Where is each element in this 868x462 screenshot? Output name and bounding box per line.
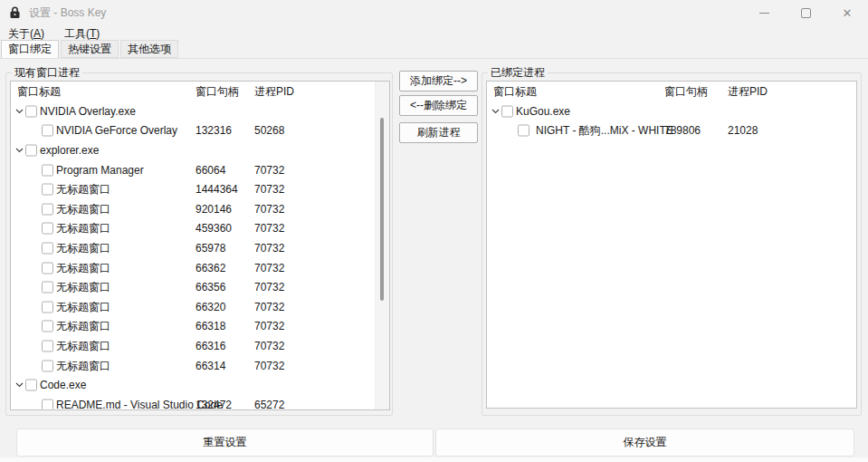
table-row[interactable]: 无标题窗口6597870732 <box>11 238 389 258</box>
row-checkbox[interactable] <box>42 360 53 371</box>
refresh-processes-button[interactable]: 刷新进程 <box>399 122 478 143</box>
table-row[interactable]: Code.exe <box>11 375 389 395</box>
row-checkbox[interactable] <box>42 125 53 137</box>
lock-icon <box>9 6 21 19</box>
process-pid-cell: 70732 <box>254 222 284 235</box>
table-row[interactable]: 无标题窗口92014670732 <box>11 199 389 219</box>
table-row[interactable]: README.md - Visual Studio Code1324726527… <box>11 395 389 410</box>
table-row[interactable]: KuGou.exe <box>487 101 856 121</box>
table-body: NVIDIA Overlay.exeNVIDIA GeForce Overlay… <box>11 101 389 410</box>
table-row[interactable]: 无标题窗口6631670732 <box>11 336 389 356</box>
table-row[interactable]: 无标题窗口6635670732 <box>11 277 389 297</box>
table-body: KuGou.exeNIGHT - 酷狗...MiX - WHITE7898062… <box>487 101 856 140</box>
window-handle-cell: 459360 <box>196 222 232 235</box>
tab-bar: 窗口绑定 热键设置 其他选项 <box>0 42 868 59</box>
window-handle-cell: 66316 <box>196 340 225 352</box>
row-checkbox[interactable] <box>42 262 53 274</box>
chevron-down-icon[interactable] <box>15 382 24 388</box>
row-checkbox[interactable] <box>42 223 53 235</box>
row-checkbox[interactable] <box>42 184 53 196</box>
window-title-cell: 无标题窗口 <box>56 182 110 197</box>
row-checkbox[interactable] <box>42 321 53 332</box>
minimize-button[interactable] <box>743 0 785 25</box>
reset-settings-button[interactable]: 重置设置 <box>16 428 434 457</box>
window-handle-cell: 66356 <box>196 281 225 294</box>
add-binding-button[interactable]: 添加绑定--> <box>399 71 478 91</box>
window-handle-cell: 66362 <box>196 262 225 274</box>
row-checkbox[interactable] <box>42 242 53 254</box>
row-checkbox[interactable] <box>42 203 53 215</box>
window-handle-cell: 789806 <box>664 124 701 137</box>
window-title-cell: KuGou.exe <box>516 105 570 118</box>
window-title: 设置 - Boss Key <box>29 5 106 21</box>
existing-processes-title: 现有窗口进程 <box>12 65 82 81</box>
tab-window-binding[interactable]: 窗口绑定 <box>1 40 59 58</box>
table-row[interactable]: NVIDIA GeForce Overlay13231650268 <box>11 121 389 141</box>
table-row[interactable]: 无标题窗口6631470732 <box>11 356 389 376</box>
minimize-icon <box>759 13 769 14</box>
window-title-cell: 无标题窗口 <box>56 240 110 255</box>
chevron-down-icon[interactable] <box>15 148 24 153</box>
bound-processes-title: 已绑定进程 <box>488 65 548 81</box>
process-pid-cell: 70732 <box>254 262 284 274</box>
scrollbar-thumb[interactable] <box>380 118 384 301</box>
menu-item-about[interactable]: 关于(A) <box>8 26 44 42</box>
window-title-cell: 无标题窗口 <box>56 299 110 314</box>
window-title-cell: 无标题窗口 <box>56 201 110 217</box>
table-row[interactable]: 无标题窗口6632070732 <box>11 297 389 317</box>
process-pid-cell: 70732 <box>254 340 284 352</box>
row-checkbox[interactable] <box>25 144 37 156</box>
process-pid-cell: 70732 <box>254 360 284 372</box>
window-handle-cell: 66064 <box>196 164 225 177</box>
process-pid-cell: 21028 <box>728 124 758 137</box>
window-title-cell: NIGHT - 酷狗...MiX - WHITE <box>536 123 673 139</box>
table-row[interactable]: NIGHT - 酷狗...MiX - WHITE78980621028 <box>487 121 856 141</box>
row-checkbox[interactable] <box>501 105 513 117</box>
menu-item-tools[interactable]: 工具(T) <box>64 26 100 42</box>
table-header: 窗口标题 窗口句柄 进程PID <box>11 82 389 101</box>
process-pid-cell: 70732 <box>254 281 284 294</box>
column-header-process-pid: 进程PID <box>254 84 294 100</box>
table-row[interactable]: 无标题窗口6636270732 <box>11 258 389 278</box>
window-handle-cell: 65978 <box>196 242 225 255</box>
close-icon: ✕ <box>843 7 853 19</box>
window-title-cell: 无标题窗口 <box>56 280 110 295</box>
close-button[interactable]: ✕ <box>826 0 868 25</box>
process-pid-cell: 65272 <box>254 399 284 410</box>
window-title-cell: Code.exe <box>40 379 86 391</box>
process-pid-cell: 70732 <box>254 164 284 177</box>
process-pid-cell: 70732 <box>254 242 284 255</box>
row-checkbox[interactable] <box>25 380 37 391</box>
bound-processes-groupbox: 已绑定进程 窗口标题 窗口句柄 进程PID KuGou.exeNIGHT - 酷… <box>482 72 862 416</box>
tab-other-options[interactable]: 其他选项 <box>120 40 178 58</box>
existing-processes-table: 窗口标题 窗口句柄 进程PID NVIDIA Overlay.exeNVIDIA… <box>10 81 390 410</box>
table-row[interactable]: 无标题窗口144436470732 <box>11 179 389 199</box>
remove-binding-button[interactable]: <--删除绑定 <box>399 95 478 116</box>
row-checkbox[interactable] <box>42 282 53 294</box>
maximize-button[interactable] <box>785 0 826 25</box>
window-title-cell: NVIDIA Overlay.exe <box>40 105 136 118</box>
table-row[interactable]: 无标题窗口6631870732 <box>11 317 389 337</box>
save-settings-button[interactable]: 保存设置 <box>435 428 854 457</box>
window-handle-cell: 132316 <box>196 124 232 137</box>
row-checkbox[interactable] <box>518 125 529 137</box>
process-pid-cell: 50268 <box>254 124 284 137</box>
table-row[interactable]: explorer.exe <box>11 140 389 160</box>
row-checkbox[interactable] <box>42 164 53 176</box>
chevron-down-icon[interactable] <box>491 109 500 114</box>
tab-hotkey-settings[interactable]: 热键设置 <box>61 40 119 58</box>
window-title-cell: explorer.exe <box>40 144 99 157</box>
table-row[interactable]: NVIDIA Overlay.exe <box>11 101 389 121</box>
table-row[interactable]: Program Manager6606470732 <box>11 160 389 180</box>
chevron-down-icon[interactable] <box>15 109 24 114</box>
window-controls: ✕ <box>743 0 868 25</box>
window-title-cell: 无标题窗口 <box>56 221 110 236</box>
vertical-scrollbar[interactable] <box>375 82 389 409</box>
window-title-cell: NVIDIA GeForce Overlay <box>56 124 177 137</box>
row-checkbox[interactable] <box>42 340 53 351</box>
table-row[interactable]: 无标题窗口45936070732 <box>11 219 389 239</box>
process-pid-cell: 70732 <box>254 320 284 332</box>
row-checkbox[interactable] <box>42 301 53 313</box>
row-checkbox[interactable] <box>42 399 53 410</box>
row-checkbox[interactable] <box>25 105 37 117</box>
